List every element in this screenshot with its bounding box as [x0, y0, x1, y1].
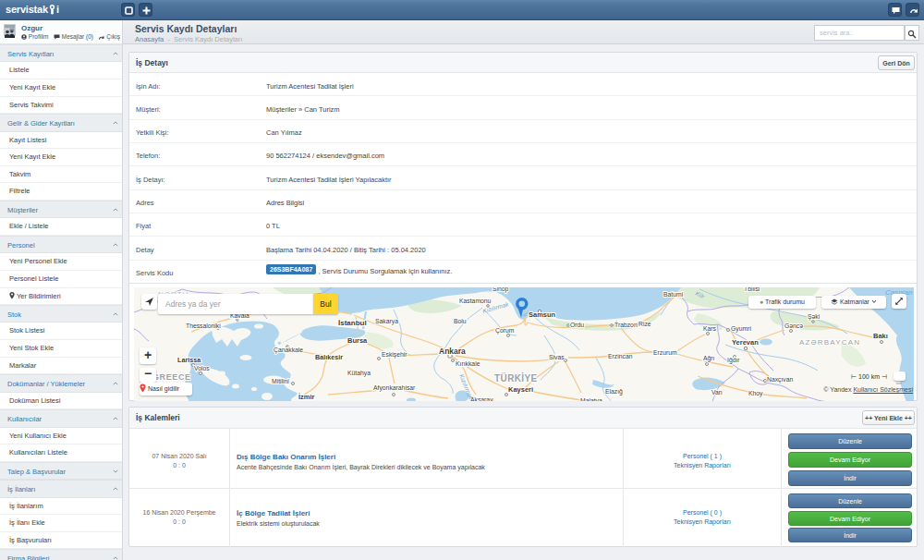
svg-text:GREECE: GREECE — [152, 372, 191, 382]
svg-text:Batumi: Batumi — [663, 291, 684, 298]
svg-text:İzmir: İzmir — [298, 393, 315, 401]
svg-text:Sivas: Sivas — [549, 354, 565, 360]
svg-text:Trabzon: Trabzon — [614, 322, 638, 328]
svg-text:Iğdır: Iğdır — [727, 357, 740, 364]
svg-text:Erzincan: Erzincan — [608, 353, 633, 359]
svg-text:TÜRKİYE: TÜRKİYE — [494, 372, 538, 383]
svg-text:Van: Van — [711, 389, 723, 396]
svg-text:Gəncə: Gəncə — [784, 323, 803, 329]
svg-text:Khoy: Khoy — [748, 390, 763, 397]
svg-text:Ağrı: Ağrı — [703, 355, 715, 362]
svg-text:Kastamonu: Kastamonu — [459, 298, 492, 304]
svg-text:Kırıkkale: Kırıkkale — [456, 360, 480, 367]
svg-text:Bursa: Bursa — [347, 336, 368, 345]
svg-text:Elazığ: Elazığ — [605, 388, 623, 396]
svg-text:Samsun: Samsun — [529, 310, 556, 319]
svg-text:Erzurum: Erzurum — [653, 349, 677, 356]
svg-text:Mitilini: Mitilini — [272, 378, 289, 384]
svg-text:Bakı: Bakı — [873, 332, 888, 340]
svg-text:Rize: Rize — [638, 321, 651, 327]
svg-text:Bolu: Bolu — [454, 318, 467, 324]
svg-text:Larissa: Larissa — [177, 356, 201, 364]
svg-text:Çanakkale: Çanakkale — [274, 347, 303, 354]
svg-text:Ordu: Ordu — [570, 322, 584, 328]
svg-text:Eskişehir: Eskişehir — [382, 351, 407, 359]
svg-text:Naxçıvan: Naxçıvan — [767, 376, 794, 383]
svg-text:Sakarya: Sakarya — [375, 318, 398, 325]
svg-text:İstanbul: İstanbul — [338, 319, 367, 327]
svg-text:Yerevan: Yerevan — [732, 338, 759, 347]
svg-text:Gyumri: Gyumri — [731, 325, 751, 333]
svg-text:Thessaloniki: Thessaloniki — [186, 323, 221, 329]
svg-text:Kütahya: Kütahya — [347, 370, 371, 377]
svg-text:Afyonkarahisar: Afyonkarahisar — [373, 384, 416, 392]
svg-text:Ankara: Ankara — [439, 347, 466, 356]
svg-text:Çorum: Çorum — [495, 327, 515, 335]
svg-text:Kars: Kars — [703, 325, 717, 332]
svg-text:Kayseri: Kayseri — [508, 385, 533, 394]
svg-text:Şəki: Şəki — [808, 313, 821, 321]
svg-text:Balıkesir: Balıkesir — [315, 353, 343, 361]
svg-text:Malatya: Malatya — [580, 397, 602, 401]
svg-text:Volos: Volos — [194, 365, 210, 371]
svg-text:AZƏRBAYCAN: AZƏRBAYCAN — [799, 338, 860, 347]
svg-text:Tbilisi: Tbilisi — [744, 287, 760, 292]
